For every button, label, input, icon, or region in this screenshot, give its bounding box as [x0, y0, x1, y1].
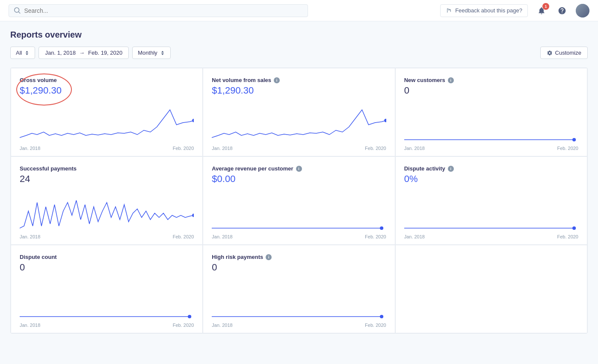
card-title-gross-volume: Gross volume [20, 77, 194, 83]
card-value-successful-payments: 24 [20, 173, 194, 185]
chart-labels-dispute-activity: Jan. 2018 Feb. 2020 [404, 234, 578, 239]
chevron-updown-icon2 [160, 50, 165, 56]
chart-labels-new-customers: Jan. 2018 Feb. 2020 [404, 146, 578, 151]
card-value-gross-volume: $1,290.30 [20, 85, 194, 96]
question-icon [558, 6, 566, 15]
feedback-label: Feedback about this page? [455, 7, 522, 14]
search-icon [14, 7, 21, 14]
card-dispute-count: Dispute count 0 Jan. 2018 Feb. 2020 [11, 245, 202, 333]
svg-point-1 [385, 119, 386, 122]
main-content: Reports overview All Jan. 1, 2018 → Feb.… [0, 21, 598, 342]
search-bar[interactable] [9, 4, 308, 17]
all-filter-button[interactable]: All [10, 47, 35, 59]
megaphone-icon [446, 7, 453, 14]
date-arrow: → [79, 50, 85, 56]
help-icon-wrapper[interactable] [555, 4, 569, 18]
period-button[interactable]: Monthly [132, 47, 171, 59]
chart-avg-revenue [212, 190, 386, 232]
date-from-label: Jan. 1, 2018 [45, 50, 76, 56]
chart-gross-volume [20, 101, 194, 144]
top-nav: Feedback about this page? 1 [0, 0, 598, 21]
info-icon-dispute-activity[interactable]: i [448, 166, 454, 172]
info-icon-net-volume[interactable]: i [274, 77, 280, 83]
chart-net-volume [212, 101, 386, 144]
chart-high-risk [212, 278, 386, 321]
svg-point-6 [380, 226, 383, 230]
card-value-new-customers: 0 [404, 85, 578, 96]
customize-button[interactable]: Customize [540, 47, 588, 59]
svg-point-10 [188, 315, 191, 318]
chart-labels-high-risk: Jan. 2018 Feb. 2020 [212, 323, 386, 328]
metrics-grid: Gross volume $1,290.30 Jan. 2018 Feb. 20… [10, 68, 588, 334]
svg-point-8 [572, 226, 576, 230]
chart-dispute-activity [404, 190, 578, 232]
nav-right: Feedback about this page? 1 [440, 4, 589, 18]
chart-labels-successful-payments: Jan. 2018 Feb. 2020 [20, 234, 194, 239]
search-input[interactable] [24, 7, 302, 14]
card-new-customers: New customers i 0 Jan. 2018 Feb. 2020 [396, 68, 587, 156]
all-filter-label: All [16, 50, 22, 56]
card-avg-revenue: Average revenue per customer i $0.00 Jan… [203, 157, 394, 244]
page-title: Reports overview [10, 30, 588, 40]
info-icon-high-risk[interactable]: i [266, 254, 272, 260]
card-value-dispute-count: 0 [20, 262, 194, 273]
chart-new-customers [404, 101, 578, 144]
card-title-net-volume: Net volume from sales i [212, 77, 386, 83]
date-range-button[interactable]: Jan. 1, 2018 → Feb. 19, 2020 [38, 47, 129, 59]
chart-labels-dispute-count: Jan. 2018 Feb. 2020 [20, 323, 194, 328]
info-icon-new-customers[interactable]: i [448, 77, 454, 83]
card-dispute-activity: Dispute activity i 0% Jan. 2018 Feb. 202… [396, 157, 587, 244]
gear-icon [547, 50, 553, 56]
avatar[interactable] [576, 4, 589, 18]
chevron-updown-icon [24, 50, 30, 56]
card-value-avg-revenue: $0.00 [212, 173, 386, 185]
chart-labels-net-volume: Jan. 2018 Feb. 2020 [212, 146, 386, 151]
svg-point-4 [192, 214, 194, 217]
card-title-dispute-activity: Dispute activity i [404, 165, 578, 172]
chart-labels-avg-revenue: Jan. 2018 Feb. 2020 [212, 234, 386, 239]
toolbar: All Jan. 1, 2018 → Feb. 19, 2020 Monthly… [10, 47, 588, 59]
card-gross-volume: Gross volume $1,290.30 Jan. 2018 Feb. 20… [11, 68, 202, 156]
avatar-image [576, 4, 589, 18]
chart-dispute-count [20, 278, 194, 321]
feedback-button[interactable]: Feedback about this page? [440, 4, 528, 17]
card-title-new-customers: New customers i [404, 77, 578, 83]
card-high-risk: High risk payments i 0 Jan. 2018 Feb. 20… [203, 245, 394, 333]
chart-successful-payments [20, 190, 194, 232]
card-successful-payments: Successful payments 24 Jan. 2018 Feb. 20… [11, 157, 202, 244]
chart-labels-gross-volume: Jan. 2018 Feb. 2020 [20, 146, 194, 151]
card-empty [396, 245, 587, 333]
card-title-high-risk: High risk payments i [212, 254, 386, 260]
date-to-label: Feb. 19, 2020 [88, 50, 122, 56]
period-label: Monthly [138, 50, 157, 56]
svg-point-12 [380, 315, 383, 318]
svg-point-0 [192, 119, 194, 122]
card-value-net-volume: $1,290.30 [212, 85, 386, 96]
card-title-dispute-count: Dispute count [20, 254, 194, 260]
info-icon-avg-revenue[interactable]: i [296, 166, 302, 172]
svg-point-3 [572, 138, 576, 141]
card-value-high-risk: 0 [212, 262, 386, 273]
card-title-successful-payments: Successful payments [20, 165, 194, 172]
card-value-dispute-activity: 0% [404, 173, 578, 185]
notification-icon-wrapper[interactable]: 1 [535, 4, 548, 18]
card-title-avg-revenue: Average revenue per customer i [212, 165, 386, 172]
notification-badge: 1 [542, 3, 549, 10]
customize-label: Customize [555, 50, 581, 56]
card-net-volume: Net volume from sales i $1,290.30 Jan. 2… [203, 68, 394, 156]
